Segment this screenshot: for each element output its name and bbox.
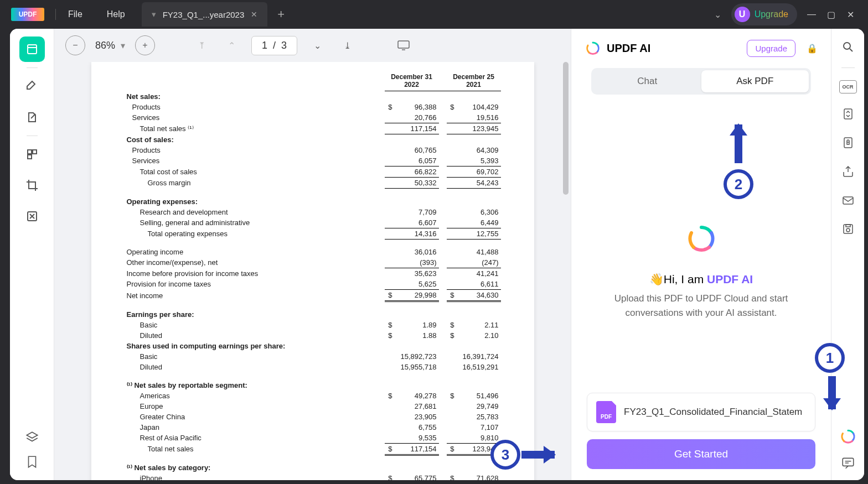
close-window-icon[interactable]: ✕	[847, 9, 857, 19]
organize-button[interactable]	[19, 142, 45, 167]
layers-button[interactable]	[25, 430, 39, 445]
search-button[interactable]	[840, 39, 856, 55]
svg-rect-1	[28, 150, 32, 154]
first-page-button[interactable]: ⤒	[192, 35, 211, 55]
ai-filename: FY23_Q1_Consolidated_Financial_Statem	[624, 407, 802, 418]
ai-panel-title: UPDF AI	[607, 42, 741, 55]
annotation-arrow-3	[521, 451, 555, 459]
ai-upgrade-button[interactable]: Upgrade	[747, 40, 795, 57]
annotation-arrow-2	[735, 124, 742, 163]
svg-rect-2	[33, 150, 37, 154]
convert-button[interactable]	[840, 106, 856, 122]
upgrade-button[interactable]: U Upgrade	[731, 3, 797, 25]
comment-button[interactable]	[841, 456, 855, 470]
ai-tabs: Chat Ask PDF	[591, 68, 811, 95]
present-button[interactable]	[394, 35, 414, 55]
reader-mode-button[interactable]	[19, 37, 45, 62]
bookmark-button[interactable]	[25, 455, 39, 469]
edit-button[interactable]	[19, 105, 45, 130]
updf-ai-button[interactable]	[839, 428, 857, 446]
pdf-file-icon	[596, 401, 616, 423]
chevron-down-icon[interactable]: ⌄	[714, 9, 721, 20]
lock-icon: 🔒	[807, 43, 818, 54]
ai-panel: UPDF AI Upgrade 🔒 Chat Ask PDF 👋Hi, I am…	[571, 29, 831, 480]
highlight-button[interactable]	[19, 74, 45, 99]
protect-button[interactable]	[840, 134, 856, 151]
annotation-arrow-1	[828, 376, 836, 409]
annotation-2: 2	[724, 169, 753, 199]
crop-button[interactable]	[19, 173, 45, 198]
last-page-button[interactable]: ⤓	[337, 35, 357, 55]
tab-chat[interactable]: Chat	[593, 70, 701, 92]
svg-rect-9	[847, 142, 849, 144]
svg-point-12	[846, 228, 850, 232]
ai-description: Upload this PDF to UPDF Cloud and start …	[585, 292, 818, 320]
zoom-out-button[interactable]: −	[65, 35, 85, 55]
zoom-in-button[interactable]: +	[135, 35, 155, 55]
top-toolbar: − 86% ▾ + ⤒ ⌃ 1 / 3 ⌄ ⤓	[54, 29, 571, 62]
svg-point-6	[844, 43, 850, 49]
svg-rect-3	[28, 155, 32, 159]
share-button[interactable]	[840, 163, 856, 180]
next-page-button[interactable]: ⌄	[307, 35, 327, 55]
divider	[27, 136, 38, 136]
user-avatar: U	[735, 7, 750, 22]
annotation-3: 3	[490, 440, 520, 470]
minimize-icon[interactable]: —	[807, 9, 817, 19]
prev-page-button[interactable]: ⌃	[221, 35, 241, 55]
document-viewport[interactable]: December 312022December 252021Net sales:…	[54, 62, 571, 480]
zoom-dropdown-icon[interactable]: ▾	[121, 40, 125, 51]
get-started-button[interactable]: Get Started	[587, 439, 815, 469]
zoom-value[interactable]: 86%	[95, 40, 115, 51]
add-tab-button[interactable]: +	[277, 7, 285, 22]
scrollbar[interactable]	[563, 62, 569, 195]
svg-rect-14	[843, 458, 854, 466]
save-button[interactable]	[840, 221, 856, 237]
redact-button[interactable]	[19, 204, 45, 229]
updf-ai-large-logo-icon	[685, 223, 718, 256]
svg-rect-10	[843, 197, 853, 204]
svg-rect-8	[844, 138, 852, 148]
divider	[841, 67, 855, 68]
tab-dropdown-icon[interactable]: ▾	[152, 9, 156, 19]
page-indicator[interactable]: 1 / 3	[251, 36, 297, 55]
ai-greeting: 👋Hi, I am UPDF AI	[649, 273, 753, 286]
app-logo: UPDF	[11, 8, 44, 21]
maximize-icon[interactable]: ▢	[827, 9, 837, 19]
svg-rect-7	[844, 109, 852, 119]
updf-ai-logo-icon	[585, 40, 601, 57]
tab-title: FY23_Q1_...year2023	[163, 10, 245, 19]
close-icon[interactable]: ✕	[251, 10, 257, 19]
menu-help[interactable]: Help	[95, 9, 137, 19]
divider	[27, 67, 38, 68]
email-button[interactable]	[840, 192, 856, 209]
document-tab[interactable]: ▾ FY23_Q1_...year2023 ✕	[142, 2, 268, 27]
svg-rect-0	[28, 45, 37, 54]
svg-rect-13	[846, 225, 850, 227]
tab-ask-pdf[interactable]: Ask PDF	[701, 70, 809, 92]
menu-file[interactable]: File	[56, 9, 95, 19]
svg-rect-5	[398, 41, 409, 48]
upgrade-label: Upgrade	[755, 9, 788, 19]
annotation-1: 1	[815, 343, 845, 373]
left-sidebar	[10, 29, 54, 480]
ai-file-chip[interactable]: FY23_Q1_Consolidated_Financial_Statem	[587, 393, 815, 431]
pdf-page: December 312022December 252021Net sales:…	[91, 62, 534, 480]
ocr-button[interactable]: OCR	[839, 80, 857, 93]
